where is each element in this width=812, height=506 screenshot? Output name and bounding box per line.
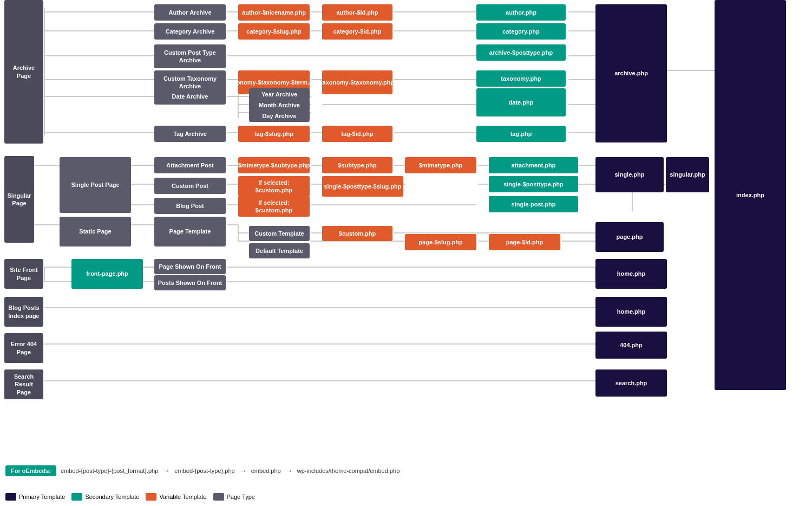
year-archive-node: Year Archive — [249, 88, 310, 100]
legend-variable-label: Variable Template — [159, 494, 206, 500]
front-page-php-node: front-page.php — [71, 259, 143, 289]
arrow-3: → — [285, 466, 293, 475]
subtype-php-node: $subtype.php — [322, 157, 392, 173]
category-slug-node: category-$slug.php — [238, 23, 310, 40]
arrow-1: → — [162, 466, 170, 475]
search-php-node: search.php — [595, 369, 667, 397]
category-id-node: category-$id.php — [322, 23, 392, 40]
legend-primary-label: Primary Template — [19, 494, 65, 500]
page-slug-node: page-$slug.php — [405, 234, 476, 250]
site-front-page-node: Site Front Page — [4, 259, 43, 289]
archive-page-node: Archive Page — [4, 0, 43, 144]
attachment-post-node: Attachment Post — [154, 157, 226, 173]
single-posttype-node: single-$posttype.php — [489, 176, 578, 192]
oembeds-item-1: embed-{post-type}-{post_format}.php — [61, 468, 158, 474]
custom-template-node: Custom Template — [249, 226, 310, 241]
oembeds-item-3: embed.php — [251, 468, 281, 474]
day-archive-node: Day Archive — [249, 110, 310, 122]
search-result-node: Search Result Page — [4, 369, 43, 399]
legend-primary: Primary Template — [5, 493, 65, 501]
legend-page-type-label: Page Type — [227, 494, 255, 500]
author-nicename-node: author-$nicename.php — [238, 4, 310, 21]
author-php-node: author.php — [476, 4, 566, 21]
date-archive-node: Date Archive — [154, 88, 226, 105]
posts-shown-on-front-node: Posts Shown On Front — [154, 275, 226, 290]
legend-page-type-box — [213, 493, 224, 501]
arrow-2: → — [239, 466, 247, 475]
custom-post-type-archive-node: Custom Post Type Archive — [154, 44, 226, 68]
mimetype-php-node: $mimetype.php — [405, 157, 476, 173]
author-archive-node: Author Archive — [154, 4, 226, 21]
error-404-node: Error 404 Page — [4, 333, 43, 363]
if-selected-custom2-node: If selected: $custom.php — [238, 196, 310, 217]
legend: Primary Template Secondary Template Vari… — [5, 493, 255, 501]
if-selected-custom1-node: If selected: $custom.php — [238, 176, 310, 197]
author-id-node: author-$id.php — [322, 4, 392, 21]
archive-php-node: archive.php — [595, 4, 667, 142]
single-post-page-node: Single Post Page — [60, 157, 131, 213]
diagram: Archive Page Author Archive author-$nice… — [0, 0, 812, 506]
mimetype-subtype-node: $mimetype-$subtype.php — [238, 157, 310, 173]
oembeds-bar: For oEmbeds: embed-{post-type}-{post_for… — [5, 465, 400, 476]
taxonomy-tax-node: taxonomy-$taxonomy.php — [322, 70, 392, 94]
single-posttype-slug-node: single-$posttype-$slug.php — [322, 176, 403, 197]
attachment-php-node: attachment.php — [489, 157, 578, 173]
oembeds-label: For oEmbeds: — [5, 465, 56, 476]
custom-post-node: Custom Post — [154, 178, 226, 194]
oembeds-item-4: wp-includes/theme-compat/embed.php — [297, 468, 400, 474]
static-page-node: Static Page — [60, 217, 131, 246]
legend-secondary-box — [71, 493, 82, 501]
home-php-node2: home.php — [595, 297, 667, 327]
singular-page-node: Singular Page — [4, 156, 34, 243]
archive-posttype-node: archive-$posttype.php — [476, 44, 566, 61]
legend-secondary-label: Secondary Template — [85, 494, 139, 500]
page-id-node: page-$id.php — [489, 234, 560, 250]
index-php-node: index.php — [715, 0, 786, 390]
category-php-node: category.php — [476, 23, 566, 40]
tag-id-node: tag-$id.php — [322, 126, 392, 142]
singular-php-node: singular.php — [666, 157, 709, 192]
connector-lines — [0, 0, 812, 506]
page-template-node: Page Template — [154, 217, 226, 246]
legend-page-type: Page Type — [213, 493, 255, 501]
blog-post-node: Blog Post — [154, 198, 226, 214]
home-php-node: home.php — [595, 259, 667, 289]
legend-secondary: Secondary Template — [71, 493, 139, 501]
date-php-node: date.php — [476, 88, 566, 116]
tag-slug-node: tag-$slug.php — [238, 126, 310, 142]
month-archive-node: Month Archive — [249, 99, 310, 111]
taxonomy-php-node: taxonomy.php — [476, 70, 566, 87]
custom-php-node: $custom.php — [322, 226, 392, 241]
tag-archive-node: Tag Archive — [154, 126, 226, 142]
legend-primary-box — [5, 493, 16, 501]
default-template-node: Default Template — [249, 243, 310, 258]
page-php-node: page.php — [595, 222, 664, 252]
legend-variable-box — [146, 493, 156, 501]
error-404-php-node: 404.php — [595, 332, 667, 359]
legend-variable: Variable Template — [146, 493, 206, 501]
single-post-php-node: single-post.php — [489, 196, 578, 212]
blog-posts-index-node: Blog Posts Index page — [4, 297, 43, 327]
tag-php-node: tag.php — [476, 126, 566, 142]
oembeds-item-2: embed-{post-type}.php — [174, 468, 234, 474]
single-php-node: single.php — [595, 157, 664, 192]
page-shown-on-front-node: Page Shown On Front — [154, 259, 226, 274]
category-archive-node: Category Archive — [154, 23, 226, 40]
